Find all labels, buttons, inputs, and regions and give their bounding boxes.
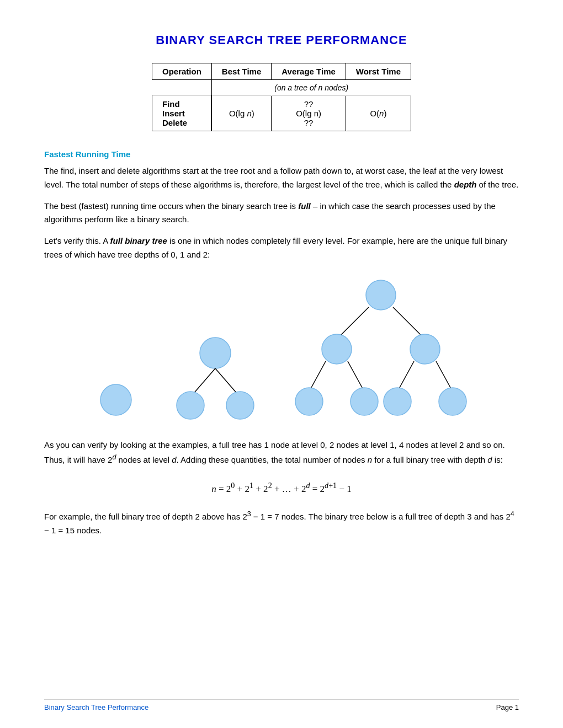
tree-depth0 (94, 378, 138, 422)
svg-line-7 (337, 307, 369, 339)
performance-table: Operation Best Time Average Time Worst T… (152, 63, 411, 131)
svg-point-1 (200, 338, 231, 368)
fastest-running-title: Fastest Running Time (44, 148, 519, 161)
fastest-running-section: Fastest Running Time The find, insert an… (44, 148, 519, 262)
svg-line-13 (397, 361, 414, 392)
best-time: O(lg n) (211, 96, 271, 131)
subheader-text: (on a tree of n nodes) (211, 80, 411, 96)
svg-point-18 (439, 388, 466, 415)
col-best: Best Time (211, 63, 271, 80)
svg-point-16 (350, 388, 378, 415)
tree-depth2 (293, 279, 469, 422)
svg-line-11 (309, 361, 326, 392)
col-worst: Worst Time (346, 63, 411, 80)
svg-point-10 (410, 334, 440, 364)
footer-title: Binary Search Tree Performance (44, 703, 148, 711)
page-title: Binary Search Tree Performance (44, 33, 519, 47)
svg-point-0 (100, 384, 131, 415)
svg-point-5 (226, 392, 254, 419)
para-example: For example, the full binary tree of dep… (44, 508, 519, 538)
svg-point-15 (295, 388, 323, 415)
tree-depth1 (171, 334, 259, 422)
page-footer: Binary Search Tree Performance Page 1 (44, 699, 519, 711)
svg-line-12 (348, 361, 364, 392)
svg-point-6 (366, 280, 396, 310)
formula-display: n = 20 + 21 + 22 + … + 2d = 2d+1 − 1 (44, 479, 519, 496)
svg-point-9 (322, 334, 352, 364)
nodes-section: As you can verify by looking at the exam… (44, 438, 519, 538)
col-average: Average Time (272, 63, 346, 80)
tree-diagrams (44, 279, 519, 422)
op-column: Find Insert Delete (152, 96, 212, 131)
svg-line-14 (436, 361, 453, 392)
svg-line-8 (393, 307, 425, 339)
para-full: The best (fastest) running time occurs w… (44, 200, 519, 227)
footer-page: Page 1 (496, 703, 519, 711)
subheader-empty (152, 80, 212, 96)
para-depth: The find, insert and delete algorithms s… (44, 164, 519, 192)
performance-table-container: Operation Best Time Average Time Worst T… (44, 63, 519, 131)
svg-point-17 (384, 388, 411, 415)
worst-time: O(n) (346, 96, 411, 131)
avg-time: ??O(lg n)?? (272, 96, 346, 131)
col-operation: Operation (152, 63, 212, 80)
svg-point-4 (177, 392, 204, 419)
para-verify: Let's verify this. A full binary tree is… (44, 234, 519, 262)
para-nodes: As you can verify by looking at the exam… (44, 438, 519, 468)
